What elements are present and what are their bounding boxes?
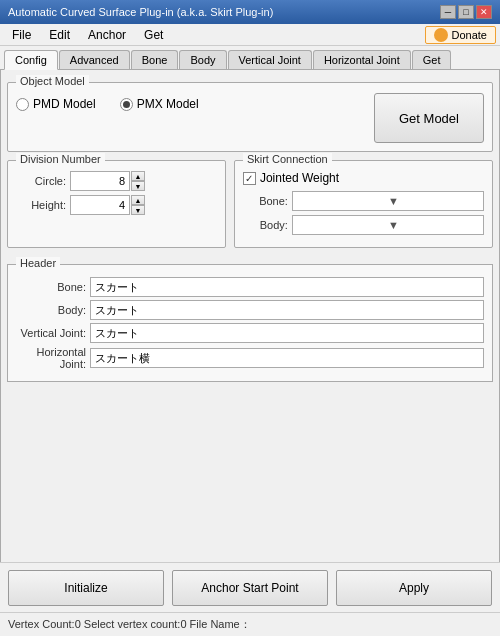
tab-bone[interactable]: Bone (131, 50, 179, 69)
circle-spinner: ▲ ▼ (131, 171, 145, 191)
main-content: Object Model PMD Model PMX Model Get Mod… (0, 70, 500, 566)
close-button[interactable]: ✕ (476, 5, 492, 19)
height-spinner: ▲ ▼ (131, 195, 145, 215)
circle-label: Circle: (16, 175, 66, 187)
header-body-row: Body: (16, 300, 484, 320)
tab-get[interactable]: Get (412, 50, 452, 69)
division-number-title: Division Number (16, 153, 105, 165)
skirt-connection-title: Skirt Connection (243, 153, 332, 165)
menu-edit[interactable]: Edit (41, 26, 78, 44)
tab-advanced[interactable]: Advanced (59, 50, 130, 69)
header-vertical-joint-label: Vertical Joint: (16, 327, 86, 339)
body-dropdown-row: Body: ▼ (243, 215, 484, 235)
status-text: Vertex Count:0 Select vertex count:0 Fil… (8, 617, 251, 632)
window-controls: ─ □ ✕ (440, 5, 492, 19)
bottom-bar: Initialize Anchor Start Point Apply (0, 562, 500, 612)
circle-input[interactable] (70, 171, 130, 191)
skirt-connection-group: Skirt Connection ✓ Jointed Weight Bone: … (234, 160, 493, 248)
height-input[interactable] (70, 195, 130, 215)
height-label: Height: (16, 199, 66, 211)
status-bar: Vertex Count:0 Select vertex count:0 Fil… (0, 612, 500, 636)
menu-items: File Edit Anchor Get (4, 26, 171, 44)
body-dropdown-label: Body: (243, 219, 288, 231)
jointed-weight-label: Jointed Weight (260, 171, 339, 185)
menu-get[interactable]: Get (136, 26, 171, 44)
anchor-start-button[interactable]: Anchor Start Point (172, 570, 328, 606)
maximize-button[interactable]: □ (458, 5, 474, 19)
jointed-weight-checkbox[interactable]: ✓ (243, 172, 256, 185)
header-bone-input[interactable] (90, 277, 484, 297)
header-title: Header (16, 257, 60, 269)
division-number-group: Division Number Circle: ▲ ▼ Height: ▲ ▼ (7, 160, 226, 248)
header-body-input[interactable] (90, 300, 484, 320)
get-model-button[interactable]: Get Model (374, 93, 484, 143)
tab-vertical-joint[interactable]: Vertical Joint (228, 50, 312, 69)
circle-spin-up[interactable]: ▲ (131, 171, 145, 181)
menu-file[interactable]: File (4, 26, 39, 44)
pmx-label: PMX Model (137, 97, 199, 111)
bone-dropdown[interactable]: ▼ (292, 191, 484, 211)
tab-body[interactable]: Body (179, 50, 226, 69)
body-dropdown-arrow: ▼ (388, 219, 479, 231)
pmx-radio[interactable]: PMX Model (120, 97, 199, 111)
initialize-button[interactable]: Initialize (8, 570, 164, 606)
donate-label: Donate (452, 29, 487, 41)
apply-button[interactable]: Apply (336, 570, 492, 606)
donate-button[interactable]: Donate (425, 26, 496, 44)
object-model-group: Object Model PMD Model PMX Model Get Mod… (7, 82, 493, 152)
header-bone-label: Bone: (16, 281, 86, 293)
menu-bar: File Edit Anchor Get Donate (0, 24, 500, 46)
header-horizontal-joint-input[interactable] (90, 348, 484, 368)
tab-config[interactable]: Config (4, 50, 58, 70)
circle-spin-down[interactable]: ▼ (131, 181, 145, 191)
pmx-radio-circle[interactable] (120, 98, 133, 111)
height-spin-down[interactable]: ▼ (131, 205, 145, 215)
pmd-radio-circle[interactable] (16, 98, 29, 111)
bone-dropdown-label: Bone: (243, 195, 288, 207)
pmd-radio[interactable]: PMD Model (16, 97, 96, 111)
header-horizontal-joint-label: Horizontal Joint: (16, 346, 86, 370)
circle-row: Circle: ▲ ▼ (16, 171, 217, 191)
tab-horizontal-joint[interactable]: Horizontal Joint (313, 50, 411, 69)
donate-icon (434, 28, 448, 42)
menu-anchor[interactable]: Anchor (80, 26, 134, 44)
header-horizontal-joint-row: Horizontal Joint: (16, 346, 484, 370)
tab-bar: Config Advanced Bone Body Vertical Joint… (0, 46, 500, 70)
body-dropdown[interactable]: ▼ (292, 215, 484, 235)
window-title: Automatic Curved Surface Plug-in (a.k.a.… (8, 6, 273, 18)
header-group: Header Bone: Body: Vertical Joint: Horiz… (7, 264, 493, 382)
header-vertical-joint-row: Vertical Joint: (16, 323, 484, 343)
division-skirt-row: Division Number Circle: ▲ ▼ Height: ▲ ▼ (7, 160, 493, 256)
height-spin-up[interactable]: ▲ (131, 195, 145, 205)
header-body-label: Body: (16, 304, 86, 316)
pmd-label: PMD Model (33, 97, 96, 111)
height-row: Height: ▲ ▼ (16, 195, 217, 215)
object-model-title: Object Model (16, 75, 89, 87)
minimize-button[interactable]: ─ (440, 5, 456, 19)
jointed-weight-row: ✓ Jointed Weight (243, 171, 484, 185)
title-bar: Automatic Curved Surface Plug-in (a.k.a.… (0, 0, 500, 24)
bone-dropdown-row: Bone: ▼ (243, 191, 484, 211)
header-vertical-joint-input[interactable] (90, 323, 484, 343)
header-bone-row: Bone: (16, 277, 484, 297)
bone-dropdown-arrow: ▼ (388, 195, 479, 207)
